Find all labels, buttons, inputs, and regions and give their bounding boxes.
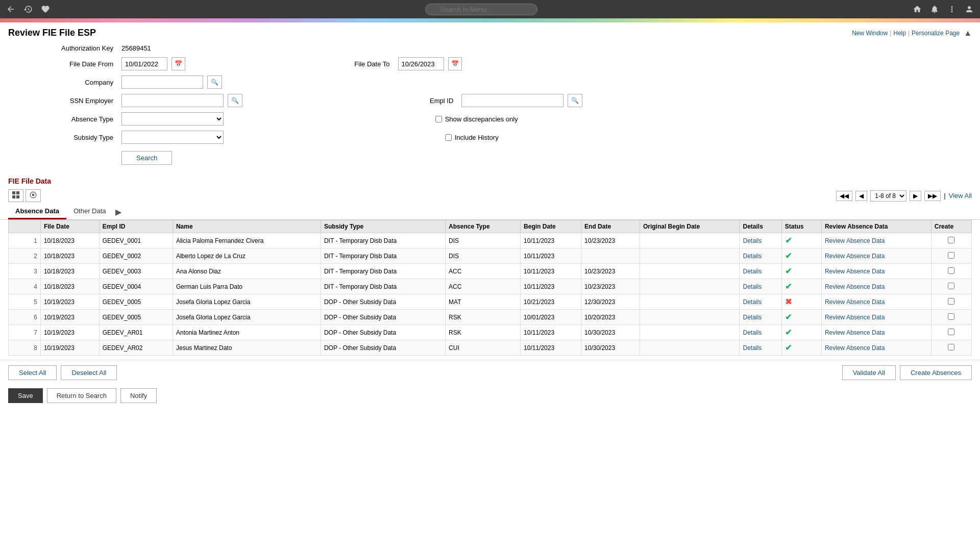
view-all-link[interactable]: View All [949, 192, 972, 199]
details-link[interactable]: Details [743, 268, 762, 275]
show-discrepancies-label: Show discrepancies only [445, 115, 518, 123]
review-absence-data-link[interactable]: Review Absence Data [825, 298, 885, 306]
cell-details[interactable]: Details [740, 279, 781, 294]
details-link[interactable]: Details [743, 329, 762, 336]
bell-icon[interactable] [930, 5, 939, 14]
file-date-from-calendar-btn[interactable]: 📅 [172, 57, 185, 70]
page-select[interactable]: 1-8 of 8 [870, 190, 906, 202]
details-link[interactable]: Details [743, 314, 762, 321]
absence-type-select[interactable] [121, 112, 224, 126]
cell-create[interactable] [931, 294, 971, 310]
cell-details[interactable]: Details [740, 294, 781, 310]
new-window-link[interactable]: New Window [852, 30, 888, 37]
show-discrepancies-checkbox[interactable] [435, 116, 442, 122]
next-page-btn[interactable]: ▶ [910, 191, 921, 201]
details-link[interactable]: Details [743, 253, 762, 260]
file-date-to-input[interactable] [398, 57, 444, 70]
cell-create[interactable] [931, 264, 971, 279]
cell-create[interactable] [931, 248, 971, 264]
cell-create[interactable] [931, 325, 971, 340]
review-absence-data-link[interactable]: Review Absence Data [825, 314, 885, 321]
cell-review[interactable]: Review Absence Data [821, 294, 931, 310]
search-menu-input[interactable] [425, 4, 537, 15]
cell-review[interactable]: Review Absence Data [821, 310, 931, 325]
review-absence-data-link[interactable]: Review Absence Data [825, 329, 885, 336]
tab-expand-btn[interactable]: ▶ [113, 205, 124, 219]
cell-review[interactable]: Review Absence Data [821, 264, 931, 279]
cell-create[interactable] [931, 340, 971, 356]
details-link[interactable]: Details [743, 344, 762, 352]
details-link[interactable]: Details [743, 237, 762, 244]
cell-status: ✖ [781, 294, 821, 310]
create-checkbox[interactable] [948, 329, 954, 335]
deselect-all-button[interactable]: Deselect All [61, 365, 117, 380]
empl-search-btn[interactable]: 🔍 [568, 94, 582, 107]
col-review-header: Review Absence Data [821, 220, 931, 233]
create-checkbox[interactable] [948, 283, 954, 289]
include-history-checkbox[interactable] [445, 134, 452, 141]
review-absence-data-link[interactable]: Review Absence Data [825, 253, 885, 260]
subsidy-type-select[interactable] [121, 131, 224, 144]
cell-review[interactable]: Review Absence Data [821, 340, 931, 356]
first-page-btn[interactable]: ◀◀ [836, 191, 852, 201]
cell-details[interactable]: Details [740, 325, 781, 340]
review-absence-data-link[interactable]: Review Absence Data [825, 344, 885, 352]
create-absences-button[interactable]: Create Absences [900, 365, 972, 380]
select-all-button[interactable]: Select All [8, 365, 57, 380]
prev-page-btn[interactable]: ◀ [855, 191, 867, 201]
cell-create[interactable] [931, 279, 971, 294]
home-icon[interactable] [913, 5, 922, 14]
file-date-to-calendar-btn[interactable]: 📅 [448, 57, 462, 70]
file-date-from-input[interactable] [121, 57, 167, 70]
details-link[interactable]: Details [743, 298, 762, 306]
person-icon[interactable] [965, 5, 974, 14]
create-checkbox[interactable] [948, 252, 954, 259]
review-absence-data-link[interactable]: Review Absence Data [825, 268, 885, 275]
cell-review[interactable]: Review Absence Data [821, 325, 931, 340]
cell-absence-type: DIS [446, 248, 521, 264]
notify-button[interactable]: Notify [120, 388, 157, 403]
cell-details[interactable]: Details [740, 310, 781, 325]
validate-all-button[interactable]: Validate All [842, 365, 896, 380]
cell-name: Ana Alonso Diaz [173, 264, 321, 279]
cell-review[interactable]: Review Absence Data [821, 233, 931, 248]
cell-review[interactable]: Review Absence Data [821, 279, 931, 294]
cell-details[interactable]: Details [740, 340, 781, 356]
return-to-search-button[interactable]: Return to Search [47, 388, 116, 403]
company-input[interactable] [121, 76, 203, 89]
grid-icon-btn[interactable] [8, 189, 23, 202]
review-absence-data-link[interactable]: Review Absence Data [825, 283, 885, 290]
cell-create[interactable] [931, 233, 971, 248]
personalize-link[interactable]: Personalize Page [912, 30, 960, 37]
cell-details[interactable]: Details [740, 264, 781, 279]
create-checkbox[interactable] [948, 267, 954, 274]
cell-details[interactable]: Details [740, 248, 781, 264]
tab-other-data[interactable]: Other Data [66, 204, 113, 219]
create-checkbox[interactable] [948, 313, 954, 320]
help-link[interactable]: Help [893, 30, 906, 37]
ssn-employer-input[interactable] [121, 94, 224, 107]
cell-details[interactable]: Details [740, 233, 781, 248]
back-icon[interactable] [6, 5, 15, 14]
tab-absence-data[interactable]: Absence Data [8, 204, 66, 219]
empl-id-input[interactable] [461, 94, 564, 107]
menu-dots-icon[interactable] [947, 5, 957, 14]
save-button[interactable]: Save [8, 388, 43, 403]
ssn-search-btn[interactable]: 🔍 [228, 94, 242, 107]
filter-icon-btn[interactable] [26, 189, 41, 202]
company-search-btn[interactable]: 🔍 [207, 76, 222, 89]
create-checkbox[interactable] [948, 344, 954, 350]
search-button[interactable]: Search [121, 151, 172, 165]
cell-orig-begin-date [640, 279, 740, 294]
search-wrap: 🔍 [425, 4, 537, 15]
favorite-icon[interactable] [41, 5, 50, 14]
cell-name: Alicia Paloma Fernandez Civera [173, 233, 321, 248]
cell-review[interactable]: Review Absence Data [821, 248, 931, 264]
cell-create[interactable] [931, 310, 971, 325]
history-icon[interactable] [23, 5, 33, 14]
create-checkbox[interactable] [948, 298, 954, 305]
last-page-btn[interactable]: ▶▶ [924, 191, 941, 201]
review-absence-data-link[interactable]: Review Absence Data [825, 237, 885, 244]
create-checkbox[interactable] [948, 237, 954, 243]
details-link[interactable]: Details [743, 283, 762, 290]
